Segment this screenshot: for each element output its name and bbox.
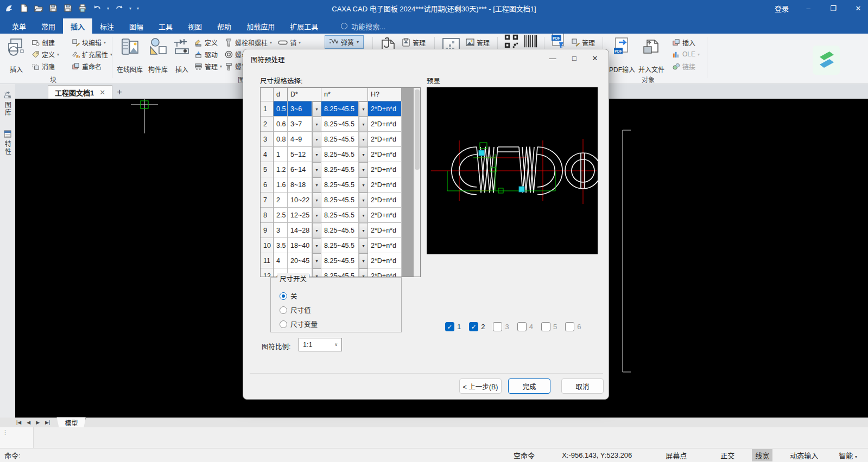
menu-tab-帮助[interactable]: 帮助 [210, 18, 239, 34]
row-index[interactable]: 4 [261, 147, 274, 162]
cell-d[interactable]: 3 [274, 223, 288, 238]
print-icon[interactable] [78, 4, 87, 13]
restore-button[interactable]: ❐ [828, 4, 839, 12]
cell-d[interactable]: 1.6 [274, 177, 288, 193]
row-index[interactable]: 7 [261, 193, 274, 208]
cell-D-dropdown-icon[interactable]: ▾ [312, 177, 321, 193]
pdf-button[interactable] [550, 35, 568, 46]
cell-n-dropdown-icon[interactable]: ▾ [359, 132, 368, 147]
cell-D[interactable]: 12~25 [288, 208, 312, 223]
view-checkbox-3[interactable]: 3 [493, 322, 509, 331]
spec-table-row-11[interactable]: 11420~45▾8.25~45.5▾2*D+n*d [261, 253, 402, 268]
spec-table-row-6[interactable]: 61.68~18▾8.25~45.5▾2*D+n*d [261, 177, 402, 193]
row-index[interactable]: 6 [261, 177, 274, 193]
command-bar-grip[interactable]: ⋮ [0, 427, 34, 448]
cell-D[interactable]: 5~12 [288, 147, 312, 162]
next-sheet-icon[interactable]: ▶ [36, 420, 40, 425]
smart-snap-dropdown[interactable]: 智能 ▾ [835, 449, 860, 461]
cell-n-dropdown-icon[interactable]: ▾ [359, 117, 368, 132]
side-tab-properties[interactable]: 特性 [0, 126, 15, 159]
cell-n[interactable]: 8.25~45.5 [321, 253, 359, 268]
checkbox-icon[interactable] [565, 322, 574, 331]
cell-n-dropdown-icon[interactable]: ▾ [359, 238, 368, 253]
checkbox-icon[interactable] [493, 322, 502, 331]
cell-D-dropdown-icon[interactable]: ▾ [312, 162, 321, 177]
row-index[interactable]: 8 [261, 208, 274, 223]
ole-button[interactable]: OLE▾ [672, 49, 700, 60]
view-checkbox-6[interactable]: 6 [565, 322, 581, 331]
cell-D-dropdown-icon[interactable]: ▾ [312, 268, 321, 277]
scrollbar-thumb[interactable] [415, 89, 420, 170]
block-extend-attr-button[interactable]: 扩充属性▾ [72, 49, 112, 60]
cell-H[interactable]: 2*D+n*d [368, 253, 402, 268]
new-document-icon[interactable] [19, 4, 28, 13]
save-as-icon[interactable] [63, 4, 72, 13]
menu-tab-插入[interactable]: 插入 [63, 18, 92, 34]
row-index[interactable]: 12 [261, 268, 274, 277]
pdf-import-button[interactable]: PDF输入 [608, 36, 636, 81]
radio-icon[interactable] [280, 292, 287, 300]
cell-d[interactable]: 2 [274, 193, 288, 208]
document-tab[interactable]: 工程图文档1 ✕ [48, 85, 112, 99]
cell-d[interactable]: 1 [274, 147, 288, 162]
cell-n[interactable]: 8.25~45.5 [321, 147, 359, 162]
cell-d[interactable]: 0.5 [274, 101, 288, 117]
dim-switch-option-关[interactable]: 关 [280, 291, 297, 301]
cell-d[interactable]: 4 [274, 253, 288, 268]
object-insert-button[interactable]: 插入 [672, 37, 695, 48]
cell-n-dropdown-icon[interactable]: ▾ [359, 268, 368, 277]
menu-tab-标注[interactable]: 标注 [92, 18, 122, 34]
cell-D-dropdown-icon[interactable]: ▾ [312, 238, 321, 253]
cell-D-dropdown-icon[interactable]: ▾ [312, 253, 321, 268]
dialog-minimize-button[interactable]: — [543, 50, 562, 66]
library-drive-button[interactable]: 驱动 [194, 49, 218, 60]
view-checkbox-5[interactable]: 5 [541, 322, 557, 331]
app-icon[interactable] [4, 4, 14, 13]
undo-dropdown-icon[interactable]: ▾ [107, 6, 109, 11]
cell-H[interactable]: 2*D+n*d [368, 147, 402, 162]
checkbox-icon[interactable]: ✓ [469, 322, 478, 331]
block-hide-button[interactable]: 消隐 [31, 61, 55, 72]
spring-button[interactable]: 弹簧▾ [325, 35, 364, 49]
cell-D-dropdown-icon[interactable]: ▾ [312, 147, 321, 162]
ortho-toggle[interactable]: 正交 [717, 449, 738, 461]
cell-H[interactable]: 2*D+n*d [368, 177, 402, 193]
open-file-icon[interactable] [34, 4, 43, 13]
library-manage-button[interactable]: 管理▾ [194, 61, 222, 72]
spec-table-scrollbar[interactable] [414, 88, 421, 277]
cell-n[interactable]: 8.25~45.5 [321, 177, 359, 193]
image-manage-button[interactable]: 管理 [466, 37, 490, 48]
library-insert-button[interactable]: 插入 [172, 36, 192, 81]
cell-n[interactable]: 8.25~45.5 [321, 193, 359, 208]
cell-n-dropdown-icon[interactable]: ▾ [359, 147, 368, 162]
cell-D-dropdown-icon[interactable]: ▾ [312, 208, 321, 223]
library-define-button[interactable]: 定义 [194, 37, 218, 48]
minimize-button[interactable]: – [803, 4, 814, 12]
cell-d[interactable]: 0.8 [274, 132, 288, 147]
cell-n[interactable]: 8.25~45.5 [321, 208, 359, 223]
undo-icon[interactable] [92, 4, 102, 13]
clip-manage-button[interactable]: 管理 [402, 37, 426, 48]
customize-toolbar-icon[interactable]: ▾ [137, 6, 139, 11]
cell-d[interactable]: 3.5 [274, 238, 288, 253]
close-button[interactable]: ✕ [853, 4, 864, 12]
cell-n[interactable]: 8.25~45.5 [321, 223, 359, 238]
cell-H[interactable]: 2*D+n*d [368, 193, 402, 208]
cell-H[interactable]: 2*D+n*d [368, 268, 402, 277]
spec-table-row-4[interactable]: 415~12▾8.25~45.5▾2*D+n*d [261, 147, 402, 162]
pdf-manage-button[interactable]: 管理 [571, 37, 595, 48]
cancel-button[interactable]: 取消 [561, 378, 604, 394]
save-icon[interactable] [48, 4, 58, 13]
row-index[interactable]: 1 [261, 101, 274, 117]
new-document-tab-button[interactable]: + [112, 85, 126, 99]
link-button[interactable]: 链接 [672, 61, 695, 72]
line-width-toggle[interactable]: 线宽 [752, 449, 772, 461]
dialog-title-bar[interactable]: 图符预处理 — □ ✕ [243, 49, 609, 67]
cell-H[interactable]: 2*D+n*d [368, 132, 402, 147]
cell-n-dropdown-icon[interactable]: ▾ [359, 208, 368, 223]
cell-n[interactable]: 8.25~45.5 [321, 268, 359, 277]
cell-D[interactable]: 20~45 [288, 253, 312, 268]
cell-D[interactable]: 18~40 [288, 238, 312, 253]
spec-table-row-5[interactable]: 51.26~14▾8.25~45.5▾2*D+n*d [261, 162, 402, 177]
finish-button[interactable]: 完成 [508, 378, 550, 394]
